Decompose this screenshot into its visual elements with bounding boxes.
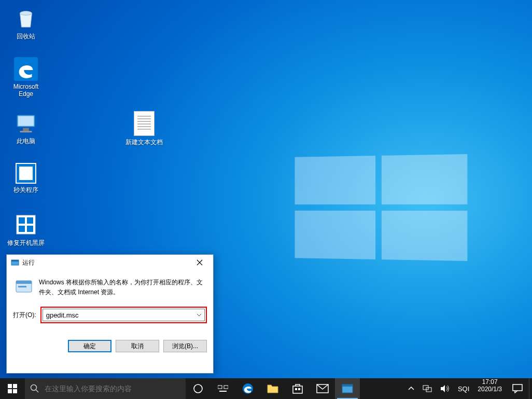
chevron-down-icon xyxy=(197,313,202,317)
svg-rect-10 xyxy=(27,226,33,232)
taskbar-search-input[interactable] xyxy=(45,384,180,393)
desktop-icon-label: 回收站 xyxy=(17,33,35,40)
run-command-input[interactable] xyxy=(43,309,194,321)
cancel-button[interactable]: 取消 xyxy=(116,340,159,352)
start-button[interactable] xyxy=(0,378,25,399)
desktop-icon-edge[interactable]: Microsoft Edge xyxy=(5,57,47,98)
taskbar-app-mail[interactable] xyxy=(310,378,335,399)
taskbar-app-run[interactable] xyxy=(335,378,360,399)
text-file-icon xyxy=(134,111,155,136)
action-center-button[interactable] xyxy=(506,378,529,399)
tray-overflow[interactable] xyxy=(406,378,416,399)
close-icon xyxy=(197,259,203,266)
desktop-icon-label: 秒关程序 xyxy=(13,186,38,194)
svg-point-20 xyxy=(31,385,37,391)
tray-ime[interactable]: SQI xyxy=(456,378,471,399)
tray-network[interactable] xyxy=(421,378,434,399)
svg-line-21 xyxy=(36,390,38,392)
svg-rect-29 xyxy=(298,388,300,390)
desktop-icon-this-pc[interactable]: 此电脑 xyxy=(5,111,47,146)
taskbar-clock[interactable]: 17:07 2020/1/3 xyxy=(473,378,506,399)
svg-rect-15 xyxy=(18,286,26,287)
notification-icon xyxy=(512,384,523,393)
svg-point-22 xyxy=(194,384,202,393)
store-icon xyxy=(292,383,303,394)
desktop-icon-sec-close[interactable]: 秒关程序 xyxy=(5,163,47,195)
sec-close-icon xyxy=(16,163,36,184)
svg-rect-17 xyxy=(13,384,17,388)
search-icon xyxy=(30,384,39,393)
windows-icon xyxy=(8,384,17,393)
edge-icon xyxy=(242,382,254,395)
run-dialog-icon xyxy=(11,258,19,267)
desktop-icon-recycle-bin[interactable]: 回收站 xyxy=(5,6,47,41)
network-icon xyxy=(423,384,432,393)
svg-rect-12 xyxy=(11,260,19,262)
svg-rect-32 xyxy=(342,384,353,387)
svg-rect-14 xyxy=(16,281,32,284)
edge-icon xyxy=(14,57,38,81)
mail-icon xyxy=(316,384,329,393)
wallpaper-windows-logo xyxy=(295,154,467,261)
clock-time: 17:07 xyxy=(478,378,502,386)
svg-rect-9 xyxy=(19,226,25,232)
run-dialog-titlebar[interactable]: 运行 xyxy=(7,255,213,270)
run-dialog-title: 运行 xyxy=(22,258,188,267)
cortana-button[interactable] xyxy=(186,378,211,399)
browse-button[interactable]: 浏览(B)... xyxy=(163,340,207,352)
this-pc-icon xyxy=(14,111,38,135)
run-dialog-description: Windows 将根据你所输入的名称，为你打开相应的程序、文件夹、文档或 Int… xyxy=(39,278,205,297)
desktop-icon-label: 修复开机黑屏 xyxy=(7,239,45,246)
svg-rect-7 xyxy=(19,217,25,224)
svg-rect-24 xyxy=(224,386,228,389)
svg-rect-3 xyxy=(18,116,34,126)
run-dialog: 运行 Windows 将根据你所输入的名称，为你打开相应的程序、文件夹、文档或 … xyxy=(6,254,214,374)
svg-rect-8 xyxy=(27,217,33,224)
svg-point-0 xyxy=(20,11,32,16)
taskbar: SQI 17:07 2020/1/3 xyxy=(0,378,532,399)
desktop-icon-repair-boot[interactable]: 修复开机黑屏 xyxy=(5,213,47,247)
tray-volume[interactable] xyxy=(438,378,452,399)
task-view-button[interactable] xyxy=(211,378,235,399)
desktop-icon-label: 此电脑 xyxy=(17,137,35,145)
chevron-up-icon xyxy=(408,387,414,391)
folder-icon xyxy=(267,383,278,394)
taskbar-search[interactable] xyxy=(25,378,186,399)
taskbar-app-edge[interactable] xyxy=(235,378,260,399)
svg-rect-18 xyxy=(8,389,12,393)
run-history-dropdown[interactable] xyxy=(194,309,204,321)
taskbar-app-file-explorer[interactable] xyxy=(260,378,285,399)
svg-rect-16 xyxy=(8,384,12,388)
run-open-label: 打开(O): xyxy=(13,311,36,320)
svg-rect-27 xyxy=(293,386,302,393)
run-app-icon xyxy=(342,384,353,393)
svg-rect-5 xyxy=(20,131,32,132)
clock-date: 2020/1/3 xyxy=(478,386,502,393)
volume-icon xyxy=(440,384,450,393)
svg-rect-23 xyxy=(218,386,222,389)
close-button[interactable] xyxy=(188,255,211,270)
system-tray: SQI xyxy=(404,378,473,399)
repair-icon xyxy=(14,213,38,237)
task-view-icon xyxy=(218,384,228,393)
taskbar-app-store[interactable] xyxy=(285,378,310,399)
ok-button[interactable]: 确定 xyxy=(68,340,111,352)
desktop-icon-label: Microsoft Edge xyxy=(13,83,39,98)
desktop-icon-text-document[interactable]: 新建文本文档 xyxy=(123,111,165,147)
desktop-icon-label: 新建文本文档 xyxy=(125,139,163,146)
svg-rect-19 xyxy=(13,389,17,393)
svg-rect-28 xyxy=(295,388,297,390)
svg-rect-35 xyxy=(513,384,522,391)
run-input-highlight xyxy=(40,307,207,323)
recycle-bin-icon xyxy=(14,6,38,30)
svg-rect-25 xyxy=(219,391,227,392)
cortana-icon xyxy=(193,383,203,394)
show-desktop-button[interactable] xyxy=(529,378,532,399)
run-body-icon xyxy=(15,278,33,295)
svg-rect-4 xyxy=(23,128,29,131)
